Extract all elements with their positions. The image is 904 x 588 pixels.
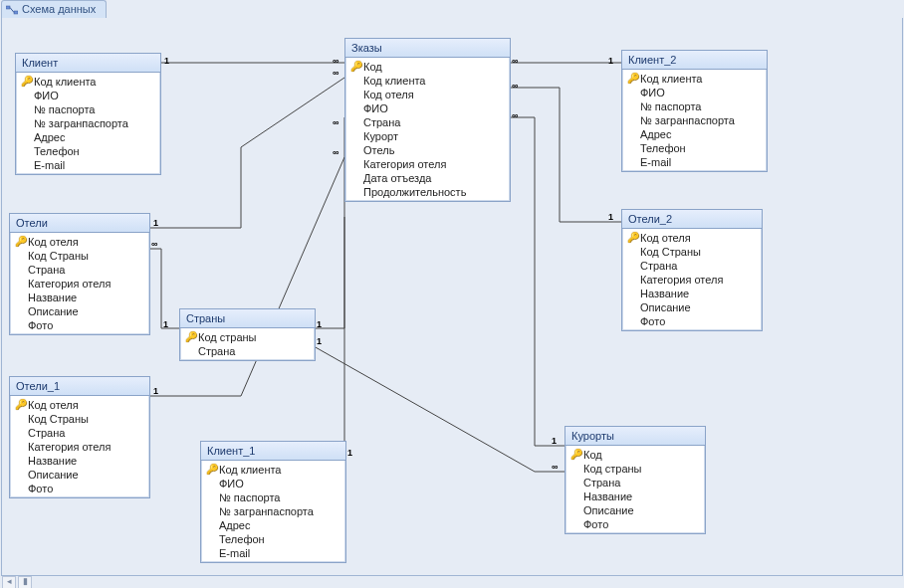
table-header[interactable]: Отели_1 (10, 377, 149, 396)
field-row[interactable]: Код страны (565, 462, 705, 476)
table-header[interactable]: Курорты (565, 427, 705, 446)
field-row[interactable]: Код клиента (345, 74, 510, 88)
table-header[interactable]: Страны (180, 309, 315, 328)
field-row[interactable]: Категория отеля (345, 157, 510, 171)
field-name: № загранпаспорта (34, 116, 156, 130)
field-row[interactable]: 🔑Код (565, 448, 705, 462)
field-row[interactable]: ФИО (201, 477, 345, 490)
relationship-cardinality: 1 (164, 56, 169, 66)
field-row[interactable]: Название (565, 490, 705, 503)
field-row[interactable]: Отель (345, 143, 510, 157)
table-body: 🔑Код отеляКод СтраныСтранаКатегория отел… (622, 229, 762, 330)
field-row[interactable]: Страна (10, 426, 149, 440)
table-header[interactable]: Отели_2 (622, 210, 762, 229)
field-row[interactable]: Курорт (345, 129, 510, 143)
field-name: Описание (640, 300, 758, 314)
field-row[interactable]: Страна (10, 263, 149, 277)
window-tab[interactable]: Схема данных (1, 0, 107, 19)
field-row[interactable]: Телефон (16, 144, 160, 158)
field-row[interactable]: ФИО (622, 86, 767, 99)
table-zakazy[interactable]: Зказы🔑КодКод клиентаКод отеляФИОСтранаКу… (344, 38, 511, 202)
table-header[interactable]: Отели (10, 214, 149, 233)
table-header[interactable]: Зказы (345, 39, 510, 58)
field-row[interactable]: Страна (345, 115, 510, 129)
field-row[interactable]: 🔑Код (345, 60, 510, 74)
diagram-canvas[interactable]: 1∞1∞1∞∞1∞1∞11∞1∞1∞1Клиент🔑Код клиентаФИО… (1, 18, 903, 576)
table-oteli2[interactable]: Отели_2🔑Код отеляКод СтраныСтранаКатегор… (621, 209, 763, 331)
field-row[interactable]: Адрес (201, 518, 345, 532)
table-oteli[interactable]: Отели🔑Код отеляКод СтраныСтранаКатегория… (9, 213, 150, 335)
field-row[interactable]: Название (10, 454, 149, 468)
field-name: Отель (363, 143, 506, 157)
field-name: Дата отъезда (363, 171, 506, 185)
field-row[interactable]: Продолжительность (345, 185, 510, 199)
field-row[interactable]: E-mail (622, 155, 767, 169)
field-row[interactable]: E-mail (201, 546, 345, 560)
field-row[interactable]: Фото (565, 517, 705, 531)
field-row[interactable]: 🔑Код отеля (10, 235, 149, 249)
field-row[interactable]: Описание (622, 300, 762, 314)
field-name: Код клиента (34, 75, 156, 89)
table-strany[interactable]: Страны🔑Код страныСтрана (179, 308, 316, 361)
field-row[interactable]: № паспорта (622, 99, 767, 113)
field-row[interactable]: Фото (10, 482, 149, 495)
field-row[interactable]: Категория отеля (10, 440, 149, 454)
field-name: Категория отеля (28, 440, 145, 454)
field-row[interactable]: Страна (180, 344, 315, 358)
field-row[interactable]: 🔑Код клиента (622, 72, 767, 86)
field-row[interactable]: 🔑Код страны (180, 330, 315, 344)
field-row[interactable]: Название (10, 291, 149, 304)
field-name: Телефон (34, 144, 156, 158)
field-row[interactable]: Дата отъезда (345, 171, 510, 185)
field-row[interactable]: Название (622, 287, 762, 300)
field-name: Название (583, 490, 701, 503)
field-row[interactable]: Категория отеля (10, 277, 149, 291)
primary-key-icon: 🔑 (20, 75, 34, 89)
field-row[interactable]: Телефон (201, 532, 345, 546)
field-row[interactable]: Адрес (622, 127, 767, 141)
field-row[interactable]: Код Страны (10, 412, 149, 426)
field-row[interactable]: Фото (622, 314, 762, 328)
field-row[interactable]: № загранпаспорта (622, 113, 767, 127)
scroll-left-button[interactable]: ◂ (2, 576, 16, 588)
field-row[interactable]: 🔑Код отеля (10, 398, 149, 412)
field-name: Описание (28, 468, 145, 482)
field-row[interactable]: № загранпаспорта (16, 116, 160, 130)
field-row[interactable]: Код Страны (10, 249, 149, 263)
table-klient1[interactable]: Клиент_1🔑Код клиентаФИО№ паспорта№ загра… (200, 441, 346, 563)
field-row[interactable]: ФИО (16, 89, 160, 102)
field-row[interactable]: 🔑Код клиента (201, 463, 345, 477)
scroll-thumb[interactable]: ▮ (18, 576, 32, 588)
field-row[interactable]: Телефон (622, 141, 767, 155)
field-row[interactable]: Фото (10, 318, 149, 332)
table-header[interactable]: Клиент_1 (201, 442, 345, 461)
field-row[interactable]: Описание (565, 503, 705, 517)
field-row[interactable]: № паспорта (201, 490, 345, 504)
field-row[interactable]: Описание (10, 304, 149, 318)
svg-rect-0 (6, 6, 10, 9)
field-row[interactable]: ФИО (345, 101, 510, 115)
table-oteli1[interactable]: Отели_1🔑Код отеляКод СтраныСтранаКатегор… (9, 376, 150, 498)
field-name: Код клиента (640, 72, 763, 86)
table-kurorty[interactable]: Курорты🔑КодКод страныСтранаНазваниеОписа… (565, 426, 706, 534)
field-row[interactable]: Код отеля (345, 88, 510, 101)
field-row[interactable]: E-mail (16, 158, 160, 172)
field-row[interactable]: 🔑Код клиента (16, 75, 160, 89)
field-row[interactable]: № паспорта (16, 102, 160, 116)
relationship-cardinality: 1 (317, 336, 322, 346)
table-header[interactable]: Клиент_2 (622, 51, 767, 70)
field-row[interactable]: Адрес (16, 130, 160, 144)
field-row[interactable]: Код Страны (622, 245, 762, 259)
field-row[interactable]: Страна (565, 476, 705, 490)
relationships-icon (6, 4, 18, 16)
field-row[interactable]: 🔑Код отеля (622, 231, 762, 245)
field-row[interactable]: Описание (10, 468, 149, 482)
table-header[interactable]: Клиент (16, 54, 160, 73)
field-name: Код отеля (363, 88, 506, 101)
table-klient[interactable]: Клиент🔑Код клиентаФИО№ паспорта№ загранп… (15, 53, 161, 175)
relationship-cardinality: ∞ (512, 56, 518, 66)
field-row[interactable]: № загранпаспорта (201, 504, 345, 518)
field-row[interactable]: Категория отеля (622, 273, 762, 287)
table-klient2[interactable]: Клиент_2🔑Код клиентаФИО№ паспорта№ загра… (621, 50, 768, 172)
field-row[interactable]: Страна (622, 259, 762, 273)
